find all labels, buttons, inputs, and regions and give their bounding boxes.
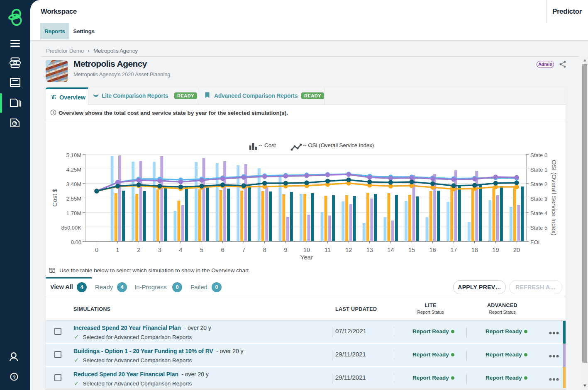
svg-text:Cost $: Cost $ <box>51 189 58 207</box>
svg-text:7: 7 <box>242 247 245 253</box>
svg-text:4: 4 <box>179 247 182 253</box>
svg-text:8: 8 <box>263 247 266 253</box>
svg-text:EOL: EOL <box>530 239 541 245</box>
svg-text:15: 15 <box>408 247 415 253</box>
svg-text:Year: Year <box>300 254 313 261</box>
svg-text:9: 9 <box>284 247 287 253</box>
svg-text:OSI (Overall Service Index): OSI (Overall Service Index) <box>551 160 558 236</box>
svg-text:State 2: State 2 <box>530 181 547 187</box>
svg-text:--: -- <box>259 142 262 148</box>
svg-text:1: 1 <box>116 247 120 253</box>
svg-text:5: 5 <box>200 247 203 253</box>
svg-text:2: 2 <box>137 247 140 253</box>
svg-text:6: 6 <box>221 247 224 253</box>
svg-text:850.00K: 850.00K <box>61 225 82 231</box>
svg-text:Cost: Cost <box>264 142 276 148</box>
svg-text:State 0: State 0 <box>530 152 547 158</box>
svg-text:0.00: 0.00 <box>71 239 81 245</box>
svg-text:16: 16 <box>429 247 436 253</box>
svg-text:0: 0 <box>95 247 98 253</box>
svg-text:-- OSI (Overall Service Index): -- OSI (Overall Service Index) <box>303 142 374 148</box>
svg-text:?: ? <box>13 375 16 380</box>
svg-text:3: 3 <box>158 247 161 253</box>
svg-text:19: 19 <box>492 247 499 253</box>
svg-text:4.25M: 4.25M <box>66 167 81 173</box>
svg-text:10: 10 <box>303 247 310 253</box>
svg-text:5.10M: 5.10M <box>66 152 81 158</box>
svg-text:State 5: State 5 <box>530 225 547 231</box>
svg-text:State 3: State 3 <box>530 196 547 202</box>
svg-text:12: 12 <box>345 247 352 253</box>
svg-text:State 1: State 1 <box>530 167 547 173</box>
svg-text:3.40M: 3.40M <box>66 181 81 187</box>
svg-text:13: 13 <box>366 247 373 253</box>
svg-text:11: 11 <box>324 247 331 253</box>
svg-text:14: 14 <box>387 247 394 253</box>
svg-text:18: 18 <box>471 247 478 253</box>
svg-text:1.70M: 1.70M <box>66 210 81 216</box>
svg-text:2.55M: 2.55M <box>66 196 81 202</box>
svg-text:State 4: State 4 <box>530 210 547 216</box>
svg-text:20: 20 <box>513 247 520 253</box>
svg-text:17: 17 <box>450 247 457 253</box>
